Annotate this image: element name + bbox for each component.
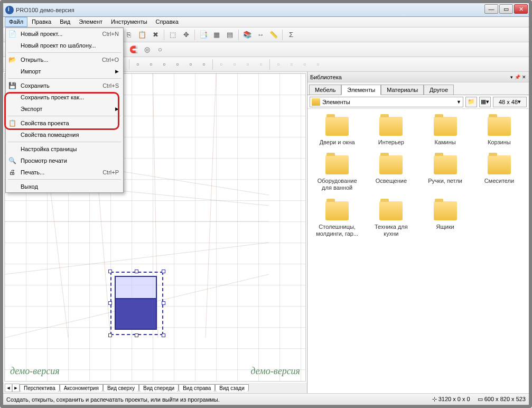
window-title: PRO100 демо-версия	[16, 7, 74, 13]
viewtab-right[interactable]: Вид справа	[179, 384, 215, 392]
align5-icon[interactable]: ▫	[185, 59, 197, 70]
maximize-button[interactable]: ▭	[499, 4, 513, 14]
library-path-combo[interactable]: Элементы ▼	[310, 97, 463, 107]
library-title: Библиотека	[310, 74, 342, 80]
view-tabs: ◄ ► Перспектива Аксонометрия Вид сверху …	[3, 383, 307, 393]
panel-menu-icon[interactable]: ▾	[510, 75, 513, 80]
menuitem[interactable]: Импорт▶	[6, 66, 123, 77]
folder-label: Смесители	[484, 178, 515, 184]
menubar: Файл Правка Вид Элемент Инструменты Спра…	[3, 17, 529, 27]
copy-icon[interactable]: ⎘	[123, 29, 135, 41]
delete-icon[interactable]: ✖	[150, 29, 161, 41]
sum-icon[interactable]: Σ	[285, 29, 297, 41]
library-folder[interactable]: Корзины	[472, 117, 526, 146]
close-button[interactable]: ✕	[514, 4, 528, 14]
folder-icon	[434, 117, 457, 136]
menuitem[interactable]: 📂Открыть...Ctrl+O	[6, 54, 123, 66]
align6-icon[interactable]: ▫	[198, 59, 210, 70]
viewtab-axonometry[interactable]: Аксонометрия	[60, 384, 103, 392]
dist3-icon[interactable]: ▫	[242, 59, 254, 70]
folder-icon	[379, 117, 403, 136]
ext2-icon[interactable]: ▫	[286, 59, 297, 70]
ext3-icon[interactable]: ▫	[299, 59, 311, 70]
statusbar: Создать, открыть, сохранить и распечатат…	[3, 393, 529, 405]
folder-icon	[325, 201, 349, 220]
library-folder[interactable]: Столешницы, молдинги, гар...	[310, 201, 364, 237]
props-icon[interactable]: 📑	[198, 29, 209, 41]
library-folder[interactable]: Интерьер	[364, 117, 418, 146]
libtab-materials[interactable]: Материалы	[381, 85, 424, 95]
library-panel: Библиотека ▾ 📌 ✕ Мебель Элементы Материа…	[307, 72, 529, 393]
menuitem[interactable]: 📋Свойства проекта	[6, 117, 123, 129]
library-folder[interactable]: Смесители	[472, 155, 526, 191]
menu-tools[interactable]: Инструменты	[107, 17, 152, 27]
viewtab-front[interactable]: Вид спереди	[139, 384, 179, 392]
select-icon[interactable]: ⬚	[167, 29, 179, 41]
minimize-button[interactable]: —	[484, 4, 498, 14]
menuitem[interactable]: 📄Новый проект...Ctrl+N	[6, 28, 123, 40]
menu-help[interactable]: Справка	[152, 17, 183, 27]
menuitem[interactable]: 🖨Печать...Ctrl+P	[6, 166, 123, 178]
align4-icon[interactable]: ▫	[172, 59, 183, 70]
menuitem[interactable]: 🔍Просмотр печати	[6, 155, 123, 166]
library-folder[interactable]: Освещение	[364, 155, 418, 191]
up-folder-icon[interactable]: 📁	[465, 97, 477, 107]
panel-close-icon[interactable]: ✕	[522, 75, 526, 80]
thumbsize-combo[interactable]: 48 x 48 ▾	[493, 97, 527, 107]
dim-icon[interactable]: ↔	[255, 29, 266, 41]
menuitem[interactable]: 💾СохранитьCtrl+S	[6, 80, 123, 91]
tab-next-icon[interactable]: ►	[12, 384, 20, 392]
menuitem[interactable]: Экспорт▶	[6, 103, 123, 115]
align1-icon[interactable]: ▫	[132, 59, 144, 70]
menuitem[interactable]: Настройка страницы	[6, 143, 123, 155]
library-icon[interactable]: 📚	[241, 29, 253, 41]
menuitem[interactable]: Свойства помещения	[6, 129, 123, 141]
align3-icon[interactable]: ▫	[158, 59, 170, 70]
ext4-icon[interactable]: ▫	[312, 59, 324, 70]
align2-icon[interactable]: ▫	[145, 59, 157, 70]
library-folder[interactable]: Двери и окна	[310, 117, 364, 146]
library-grid: Двери и окнаИнтерьерКаминыКорзиныОборудо…	[307, 109, 529, 393]
library-folder[interactable]: Ручки, петли	[418, 155, 472, 191]
folder-label: Камины	[435, 139, 456, 146]
viewtab-perspective[interactable]: Перспектива	[20, 384, 60, 392]
menuitem[interactable]: Сохранить проект как...	[6, 91, 123, 103]
ruler-icon[interactable]: 📏	[268, 29, 279, 41]
ext1-icon[interactable]: ▫	[273, 59, 284, 70]
panel-pin-icon[interactable]: 📌	[515, 75, 520, 80]
menu-view[interactable]: Вид	[55, 17, 74, 27]
paste-icon[interactable]: 📋	[136, 29, 148, 41]
menuitem[interactable]: Выход	[6, 181, 123, 192]
folder-icon	[434, 201, 457, 220]
tab-prev-icon[interactable]: ◄	[5, 384, 12, 392]
status-hint: Создать, открыть, сохранить и распечатат…	[6, 396, 220, 403]
folder-label: Ручки, петли	[428, 178, 462, 184]
selected-model[interactable]	[110, 272, 163, 335]
grid1-icon[interactable]: ▦	[211, 29, 222, 41]
menu-edit[interactable]: Правка	[27, 17, 55, 27]
target-icon[interactable]: ◎	[141, 44, 153, 55]
libtab-other[interactable]: Другое	[424, 85, 454, 95]
menuitem[interactable]: Новый проект по шаблону...	[6, 40, 123, 51]
library-folder[interactable]: Ящики	[418, 201, 472, 237]
dist2-icon[interactable]: ▫	[229, 59, 240, 70]
library-folder[interactable]: Техника для кухни	[364, 201, 418, 237]
library-folder[interactable]: Оборудование для ванной	[310, 155, 364, 191]
view-mode-icon[interactable]: ▦▾	[479, 97, 491, 107]
file-menu-dropdown: 📄Новый проект...Ctrl+NНовый проект по ша…	[5, 27, 124, 193]
menu-element[interactable]: Элемент	[74, 17, 107, 27]
menu-file[interactable]: Файл	[5, 17, 27, 27]
libtab-furniture[interactable]: Мебель	[309, 85, 341, 95]
grid2-icon[interactable]: ▤	[224, 29, 236, 41]
library-folder[interactable]: Камины	[418, 117, 472, 146]
move-icon[interactable]: ✥	[180, 29, 192, 41]
ring-icon[interactable]: ○	[154, 44, 166, 55]
folder-label: Оборудование для ванной	[313, 178, 361, 191]
dist1-icon[interactable]: ▫	[216, 59, 227, 70]
magnet-icon[interactable]: 🧲	[128, 44, 139, 55]
viewtab-top[interactable]: Вид сверху	[103, 384, 139, 392]
dist4-icon[interactable]: ▫	[255, 59, 267, 70]
viewtab-back[interactable]: Вид сзади	[215, 384, 248, 392]
folder-icon	[379, 155, 403, 174]
libtab-elements[interactable]: Элементы	[341, 85, 381, 95]
